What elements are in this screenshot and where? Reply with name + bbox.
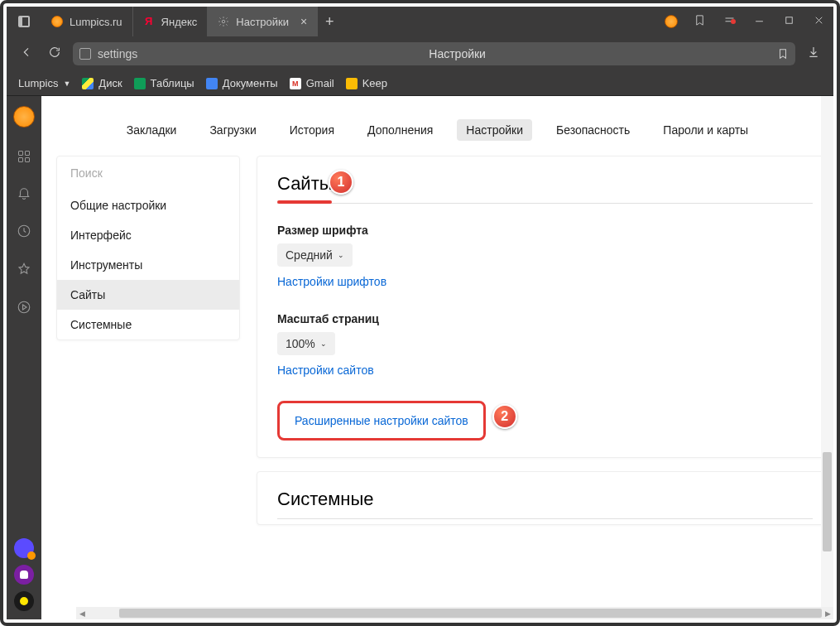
bookmark-docs[interactable]: Документы xyxy=(206,77,278,89)
sidebar-item-sites[interactable]: Сайты xyxy=(57,280,239,310)
addr-title: Настройки xyxy=(144,47,770,60)
url-box[interactable]: settings Настройки xyxy=(73,42,795,65)
reload-button[interactable] xyxy=(45,42,65,65)
page-icon xyxy=(79,48,91,60)
bell-icon[interactable] xyxy=(17,185,31,200)
rail-avatar[interactable] xyxy=(13,106,35,128)
scroll-left-icon[interactable]: ◀ xyxy=(76,607,88,619)
gmail-icon: M xyxy=(290,78,301,89)
svg-point-0 xyxy=(223,20,226,23)
rail-yandex-icon[interactable] xyxy=(14,591,34,611)
vertical-scrollbar[interactable] xyxy=(821,96,833,607)
topnav-addons[interactable]: Дополнения xyxy=(358,119,442,141)
font-size-select[interactable]: Средний⌄ xyxy=(277,243,353,267)
topnav-security[interactable]: Безопасность xyxy=(547,119,639,141)
bookmark-gmail[interactable]: MGmail xyxy=(290,77,334,89)
bookmark-drive[interactable]: Диск xyxy=(82,77,122,89)
play-icon[interactable] xyxy=(17,300,31,315)
bookmark-icon[interactable] xyxy=(777,48,789,60)
rail-chat-icon[interactable] xyxy=(14,538,34,558)
svg-rect-1 xyxy=(785,17,792,24)
url-text: settings xyxy=(98,47,137,60)
site-settings-link[interactable]: Настройки сайтов xyxy=(277,364,374,377)
address-bar: settings Настройки xyxy=(7,36,833,71)
chevron-down-icon: ⌄ xyxy=(320,339,327,348)
lumpics-icon xyxy=(51,16,63,27)
docs-icon xyxy=(206,78,218,89)
svg-point-3 xyxy=(18,301,30,313)
tab-label: Lumpics.ru xyxy=(70,16,122,28)
annotation-bubble-1: 1 xyxy=(329,170,353,195)
bookmarks-folder[interactable]: Lumpics▼ xyxy=(18,77,70,89)
history-icon[interactable] xyxy=(17,224,31,238)
tab-label: Настройки xyxy=(236,16,289,28)
bookmark-keep[interactable]: Keep xyxy=(346,77,387,89)
new-tab-button[interactable]: + xyxy=(318,13,341,31)
keep-icon xyxy=(346,78,358,89)
advanced-sites-link[interactable]: Расширенные настройки сайтов xyxy=(295,414,468,427)
favorites-button[interactable] xyxy=(684,14,714,29)
chevron-down-icon: ⌄ xyxy=(338,251,344,259)
sidebar-item-tools[interactable]: Инструменты xyxy=(57,250,239,280)
drive-icon xyxy=(82,78,94,89)
sidebar-item-system[interactable]: Системные xyxy=(57,310,239,339)
side-rail xyxy=(7,96,41,619)
sidebar-item-interface[interactable]: Интерфейс xyxy=(57,220,239,250)
close-button[interactable] xyxy=(804,14,833,29)
annotation-underline xyxy=(277,200,332,204)
tab-label: Яндекс xyxy=(161,16,198,28)
profile-avatar[interactable] xyxy=(665,15,678,28)
topnav-history[interactable]: История xyxy=(281,119,343,141)
tableau-icon[interactable] xyxy=(18,151,30,162)
sidebar-item-general[interactable]: Общие настройки xyxy=(57,190,239,220)
font-size-label: Размер шрифта xyxy=(277,224,813,237)
annotation-frame: Расширенные настройки сайтов xyxy=(277,401,486,441)
topnav-downloads[interactable]: Загрузки xyxy=(200,119,265,141)
bookmarks-bar: Lumpics▼ Диск Таблицы Документы MGmail K… xyxy=(7,71,833,96)
zoom-select[interactable]: 100%⌄ xyxy=(277,332,335,355)
rail-alice-icon[interactable] xyxy=(14,565,34,585)
panel-system: Системные xyxy=(257,471,833,525)
tab-yandex[interactable]: Я Яндекс xyxy=(133,7,209,36)
annotation-bubble-2: 2 xyxy=(492,404,517,429)
search-input[interactable]: Поиск xyxy=(57,156,239,190)
yandex-icon: Я xyxy=(143,16,155,27)
settings-topnav: Закладки Загрузки История Дополнения Нас… xyxy=(41,96,833,156)
back-button[interactable] xyxy=(17,42,36,65)
horizontal-scrollbar[interactable]: ◀ ▶ xyxy=(76,607,833,619)
maximize-button[interactable] xyxy=(774,14,804,29)
topnav-settings[interactable]: Настройки xyxy=(457,119,532,141)
sheets-icon xyxy=(134,78,146,89)
close-icon[interactable]: × xyxy=(300,15,307,28)
topnav-passwords[interactable]: Пароли и карты xyxy=(654,119,757,141)
tab-settings[interactable]: Настройки × xyxy=(208,7,318,36)
minimize-button[interactable] xyxy=(744,14,774,29)
font-settings-link[interactable]: Настройки шрифтов xyxy=(277,275,386,288)
gear-icon xyxy=(218,16,229,27)
panel-heading: Сайты xyxy=(277,173,813,204)
content-area: Закладки Загрузки История Дополнения Нас… xyxy=(41,96,833,619)
tab-lumpics[interactable]: Lumpics.ru xyxy=(41,7,133,36)
panel-sites: Сайты 1 Размер шрифта Средний⌄ Настройки… xyxy=(257,156,833,458)
topnav-bookmarks[interactable]: Закладки xyxy=(118,119,186,141)
star-icon[interactable] xyxy=(17,262,31,277)
scroll-right-icon[interactable]: ▶ xyxy=(822,607,833,619)
bookmark-sheets[interactable]: Таблицы xyxy=(134,77,194,89)
panel-heading: Системные xyxy=(277,489,813,519)
downloads-button[interactable] xyxy=(804,42,823,65)
title-bar: Lumpics.ru Я Яндекс Настройки × + xyxy=(7,7,833,36)
settings-sidebar: Поиск Общие настройки Интерфейс Инструме… xyxy=(56,156,240,340)
sidebar-toggle-icon[interactable] xyxy=(18,16,30,27)
extensions-button[interactable] xyxy=(714,14,744,29)
zoom-label: Масштаб страниц xyxy=(277,312,813,325)
